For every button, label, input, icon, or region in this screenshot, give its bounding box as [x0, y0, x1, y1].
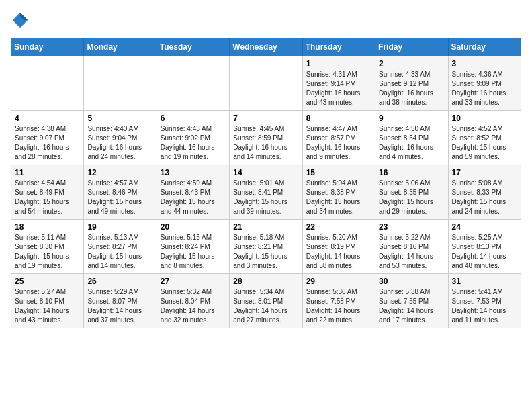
day-number: 22	[306, 222, 371, 232]
day-number: 1	[306, 59, 371, 68]
day-number: 7	[233, 113, 298, 123]
day-info: Sunrise: 5:20 AM Sunset: 8:19 PM Dayligh…	[306, 233, 371, 271]
calendar-cell: 8Sunrise: 4:47 AM Sunset: 8:57 PM Daylig…	[302, 111, 375, 165]
calendar-table: SundayMondayTuesdayWednesdayThursdayFrid…	[11, 38, 521, 328]
calendar-cell: 5Sunrise: 4:40 AM Sunset: 9:04 PM Daylig…	[84, 111, 157, 165]
day-number: 25	[15, 277, 80, 286]
calendar-cell: 18Sunrise: 5:11 AM Sunset: 8:30 PM Dayli…	[11, 220, 84, 274]
day-info: Sunrise: 5:32 AM Sunset: 8:04 PM Dayligh…	[161, 287, 226, 325]
day-number: 24	[452, 222, 517, 232]
day-number: 12	[87, 168, 152, 177]
day-number: 3	[452, 59, 517, 68]
calendar-cell: 16Sunrise: 5:06 AM Sunset: 8:35 PM Dayli…	[375, 165, 448, 220]
calendar-cell: 7Sunrise: 4:45 AM Sunset: 8:59 PM Daylig…	[230, 111, 302, 165]
day-info: Sunrise: 5:11 AM Sunset: 8:30 PM Dayligh…	[15, 233, 80, 271]
day-number: 19	[87, 222, 152, 232]
day-number: 16	[379, 168, 444, 177]
day-info: Sunrise: 4:40 AM Sunset: 9:04 PM Dayligh…	[87, 124, 152, 162]
calendar-cell: 14Sunrise: 5:01 AM Sunset: 8:41 PM Dayli…	[230, 165, 302, 220]
day-number: 5	[87, 113, 152, 123]
calendar-cell: 27Sunrise: 5:32 AM Sunset: 8:04 PM Dayli…	[157, 274, 229, 328]
calendar-header: SundayMondayTuesdayWednesdayThursdayFrid…	[11, 38, 521, 56]
day-info: Sunrise: 5:38 AM Sunset: 7:55 PM Dayligh…	[379, 287, 444, 325]
calendar-cell: 10Sunrise: 4:52 AM Sunset: 8:52 PM Dayli…	[448, 111, 521, 165]
weekday-header-saturday: Saturday	[448, 38, 521, 56]
day-number: 18	[15, 222, 80, 232]
day-info: Sunrise: 5:34 AM Sunset: 8:01 PM Dayligh…	[233, 287, 298, 325]
day-number: 30	[379, 277, 444, 286]
calendar-cell	[84, 56, 157, 111]
calendar-cell: 31Sunrise: 5:41 AM Sunset: 7:53 PM Dayli…	[448, 274, 521, 328]
week-row-4: 18Sunrise: 5:11 AM Sunset: 8:30 PM Dayli…	[11, 220, 521, 274]
day-info: Sunrise: 4:45 AM Sunset: 8:59 PM Dayligh…	[233, 124, 298, 162]
day-info: Sunrise: 5:27 AM Sunset: 8:10 PM Dayligh…	[15, 287, 80, 325]
day-info: Sunrise: 4:59 AM Sunset: 8:43 PM Dayligh…	[161, 179, 226, 216]
day-info: Sunrise: 5:36 AM Sunset: 7:58 PM Dayligh…	[306, 287, 371, 325]
week-row-3: 11Sunrise: 4:54 AM Sunset: 8:49 PM Dayli…	[11, 165, 521, 220]
day-info: Sunrise: 5:41 AM Sunset: 7:53 PM Dayligh…	[452, 287, 517, 325]
calendar-cell: 17Sunrise: 5:08 AM Sunset: 8:33 PM Dayli…	[448, 165, 521, 220]
day-number: 27	[161, 277, 226, 286]
day-info: Sunrise: 5:13 AM Sunset: 8:27 PM Dayligh…	[87, 233, 152, 271]
day-number: 6	[161, 113, 226, 123]
day-info: Sunrise: 5:15 AM Sunset: 8:24 PM Dayligh…	[161, 233, 226, 271]
day-info: Sunrise: 4:33 AM Sunset: 9:12 PM Dayligh…	[379, 70, 444, 107]
day-number: 4	[15, 113, 80, 123]
day-number: 31	[452, 277, 517, 286]
calendar-cell: 20Sunrise: 5:15 AM Sunset: 8:24 PM Dayli…	[157, 220, 229, 274]
day-info: Sunrise: 4:50 AM Sunset: 8:54 PM Dayligh…	[379, 124, 444, 162]
weekday-header-thursday: Thursday	[302, 38, 375, 56]
page-header	[11, 11, 521, 30]
day-number: 8	[306, 113, 371, 123]
calendar-cell: 26Sunrise: 5:29 AM Sunset: 8:07 PM Dayli…	[84, 274, 157, 328]
day-info: Sunrise: 4:38 AM Sunset: 9:07 PM Dayligh…	[15, 124, 80, 162]
calendar-cell: 9Sunrise: 4:50 AM Sunset: 8:54 PM Daylig…	[375, 111, 448, 165]
calendar-cell: 2Sunrise: 4:33 AM Sunset: 9:12 PM Daylig…	[375, 56, 448, 111]
day-info: Sunrise: 4:43 AM Sunset: 9:02 PM Dayligh…	[161, 124, 226, 162]
calendar-cell: 6Sunrise: 4:43 AM Sunset: 9:02 PM Daylig…	[157, 111, 229, 165]
weekday-header-wednesday: Wednesday	[230, 38, 302, 56]
day-info: Sunrise: 5:29 AM Sunset: 8:07 PM Dayligh…	[87, 287, 152, 325]
day-info: Sunrise: 5:22 AM Sunset: 8:16 PM Dayligh…	[379, 233, 444, 271]
day-info: Sunrise: 5:18 AM Sunset: 8:21 PM Dayligh…	[233, 233, 298, 271]
day-info: Sunrise: 4:52 AM Sunset: 8:52 PM Dayligh…	[452, 124, 517, 162]
calendar-cell: 22Sunrise: 5:20 AM Sunset: 8:19 PM Dayli…	[302, 220, 375, 274]
day-number: 2	[379, 59, 444, 68]
calendar-cell: 29Sunrise: 5:36 AM Sunset: 7:58 PM Dayli…	[302, 274, 375, 328]
day-info: Sunrise: 5:01 AM Sunset: 8:41 PM Dayligh…	[233, 179, 298, 216]
day-number: 26	[87, 277, 152, 286]
day-number: 9	[379, 113, 444, 123]
calendar-cell: 28Sunrise: 5:34 AM Sunset: 8:01 PM Dayli…	[230, 274, 302, 328]
calendar-cell: 12Sunrise: 4:57 AM Sunset: 8:46 PM Dayli…	[84, 165, 157, 220]
weekday-row: SundayMondayTuesdayWednesdayThursdayFrid…	[11, 38, 521, 56]
calendar-cell: 30Sunrise: 5:38 AM Sunset: 7:55 PM Dayli…	[375, 274, 448, 328]
calendar-cell: 23Sunrise: 5:22 AM Sunset: 8:16 PM Dayli…	[375, 220, 448, 274]
day-number: 15	[306, 168, 371, 177]
week-row-2: 4Sunrise: 4:38 AM Sunset: 9:07 PM Daylig…	[11, 111, 521, 165]
day-number: 13	[161, 168, 226, 177]
day-info: Sunrise: 5:06 AM Sunset: 8:35 PM Dayligh…	[379, 179, 444, 216]
calendar-cell	[11, 56, 84, 111]
day-number: 29	[306, 277, 371, 286]
calendar-cell: 25Sunrise: 5:27 AM Sunset: 8:10 PM Dayli…	[11, 274, 84, 328]
day-info: Sunrise: 4:57 AM Sunset: 8:46 PM Dayligh…	[87, 179, 152, 216]
day-number: 28	[233, 277, 298, 286]
day-info: Sunrise: 5:08 AM Sunset: 8:33 PM Dayligh…	[452, 179, 517, 216]
calendar-cell: 15Sunrise: 5:04 AM Sunset: 8:38 PM Dayli…	[302, 165, 375, 220]
day-number: 21	[233, 222, 298, 232]
day-number: 14	[233, 168, 298, 177]
day-info: Sunrise: 5:25 AM Sunset: 8:13 PM Dayligh…	[452, 233, 517, 271]
day-number: 11	[15, 168, 80, 177]
logo	[11, 11, 32, 30]
day-info: Sunrise: 4:31 AM Sunset: 9:14 PM Dayligh…	[306, 70, 371, 107]
day-info: Sunrise: 5:04 AM Sunset: 8:38 PM Dayligh…	[306, 179, 371, 216]
calendar-cell: 21Sunrise: 5:18 AM Sunset: 8:21 PM Dayli…	[230, 220, 302, 274]
week-row-1: 1Sunrise: 4:31 AM Sunset: 9:14 PM Daylig…	[11, 56, 521, 111]
calendar-cell: 4Sunrise: 4:38 AM Sunset: 9:07 PM Daylig…	[11, 111, 84, 165]
calendar-cell: 19Sunrise: 5:13 AM Sunset: 8:27 PM Dayli…	[84, 220, 157, 274]
calendar-body: 1Sunrise: 4:31 AM Sunset: 9:14 PM Daylig…	[11, 56, 521, 328]
weekday-header-friday: Friday	[375, 38, 448, 56]
calendar-cell: 11Sunrise: 4:54 AM Sunset: 8:49 PM Dayli…	[11, 165, 84, 220]
calendar-cell	[230, 56, 302, 111]
day-number: 10	[452, 113, 517, 123]
